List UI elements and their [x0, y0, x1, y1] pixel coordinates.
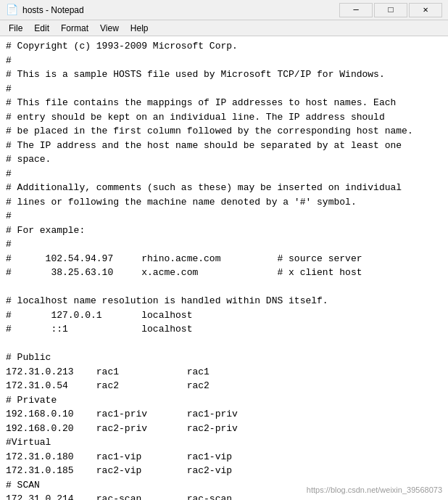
menu-format[interactable]: Format	[55, 22, 94, 35]
watermark: https://blog.csdn.net/weixin_39568073	[307, 485, 442, 494]
window-title: hosts - Notepad	[22, 5, 84, 15]
menu-help[interactable]: Help	[125, 22, 154, 35]
menu-edit[interactable]: Edit	[28, 22, 55, 35]
title-bar: 📄 hosts - Notepad — □ ✕	[0, 0, 448, 20]
menu-view[interactable]: View	[94, 22, 125, 35]
menu-file[interactable]: File	[3, 22, 28, 35]
editor-area[interactable]: # Copyright (c) 1993-2009 Microsoft Corp…	[0, 36, 448, 500]
menu-bar: File Edit Format View Help	[0, 20, 448, 36]
maximize-button[interactable]: □	[374, 3, 407, 17]
notepad-icon: 📄	[6, 4, 18, 16]
window-controls: — □ ✕	[339, 3, 442, 17]
close-button[interactable]: ✕	[409, 3, 442, 17]
editor-content[interactable]: # Copyright (c) 1993-2009 Microsoft Corp…	[6, 39, 442, 500]
minimize-button[interactable]: —	[339, 3, 373, 17]
